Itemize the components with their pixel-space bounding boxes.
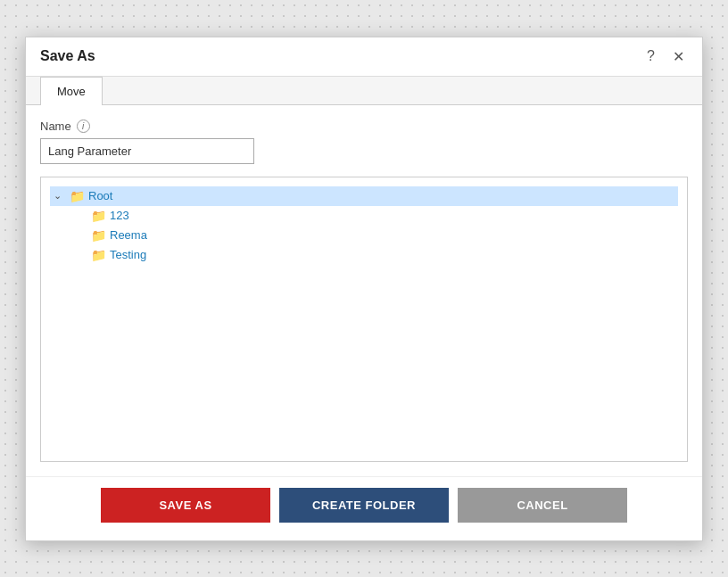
close-button[interactable]: ✕ [669, 46, 688, 67]
tab-move[interactable]: Move [40, 77, 103, 105]
cancel-button[interactable]: CANCEL [458, 488, 627, 523]
tabs-bar: Move [26, 77, 702, 105]
tree-item-123[interactable]: 📁 123 [71, 206, 678, 226]
tree-item-reema[interactable]: 📁 Reema [71, 226, 678, 245]
dialog-titlebar: Save As ? ✕ [26, 37, 702, 77]
tree-label-testing: Testing [110, 248, 146, 261]
chevron-down-icon: ⌄ [54, 190, 66, 202]
help-button[interactable]: ? [643, 46, 658, 66]
name-label: Name i [40, 120, 688, 133]
name-input[interactable] [40, 138, 254, 164]
save-as-button[interactable]: SAVE AS [101, 488, 270, 523]
titlebar-actions: ? ✕ [643, 46, 688, 67]
tree-children: 📁 123 📁 Reema 📁 Testing [71, 206, 678, 265]
tree-item-testing[interactable]: 📁 Testing [71, 245, 678, 265]
folder-icon-testing: 📁 [91, 248, 106, 262]
info-icon: i [77, 120, 90, 133]
create-folder-button[interactable]: CREATE FOLDER [279, 488, 449, 523]
dialog-footer: SAVE AS CREATE FOLDER CANCEL [26, 476, 702, 540]
tree-label-reema: Reema [110, 228, 147, 242]
dialog-title: Save As [40, 48, 95, 64]
tree-label-root: Root [88, 189, 112, 202]
tree-item-root[interactable]: ⌄ 📁 Root [50, 186, 678, 206]
folder-tree: ⌄ 📁 Root 📁 123 📁 Reema 📁 [40, 177, 688, 462]
save-as-dialog: Save As ? ✕ Move Name i ⌄ 📁 Root [25, 37, 703, 541]
folder-icon-123: 📁 [91, 209, 106, 223]
tree-label-123: 123 [110, 209, 129, 222]
folder-icon-root: 📁 [70, 189, 85, 203]
folder-icon-reema: 📁 [91, 228, 106, 243]
dialog-body: Move Name i ⌄ 📁 Root 📁 123 [26, 77, 702, 476]
